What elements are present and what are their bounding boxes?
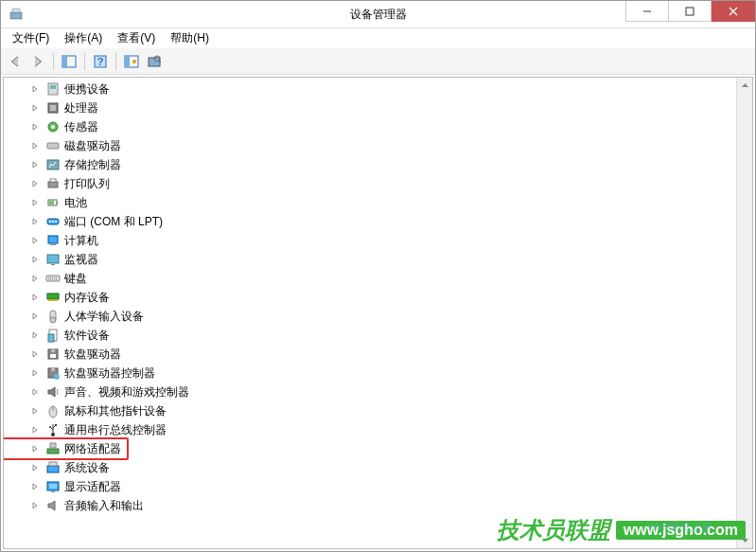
sound-icon [45, 384, 61, 400]
tree-node-port[interactable]: 端口 (COM 和 LPT) [4, 212, 736, 231]
svg-rect-36 [47, 255, 59, 263]
svg-point-33 [55, 221, 57, 223]
app-icon [9, 7, 24, 22]
toolbar-sep [84, 53, 85, 70]
tree-node-mouse[interactable]: 鼠标和其他指针设备 [4, 401, 736, 420]
tree-node-label: 传感器 [64, 119, 98, 135]
expander-icon[interactable] [30, 293, 45, 302]
system-icon [45, 460, 61, 475]
expander-icon[interactable] [30, 463, 45, 472]
tree-node-floppy-ctrl[interactable]: 软盘驱动器控制器 [4, 364, 736, 383]
scan-button[interactable] [121, 51, 142, 72]
tree-node-sound[interactable]: 声音、视频和游戏控制器 [4, 383, 736, 401]
tree-node-audio[interactable]: 音频输入和输出 [4, 496, 736, 515]
tree-node-computer[interactable]: 计算机 [4, 231, 736, 250]
expander-icon[interactable] [30, 255, 45, 264]
tree-node-cpu[interactable]: 处理器 [4, 98, 736, 117]
tree-node-portable[interactable]: 便携设备 [4, 80, 736, 98]
tree-node-keyboard[interactable]: 键盘 [4, 269, 736, 288]
tree-node-network[interactable]: 网络适配器 [4, 439, 736, 458]
svg-point-12 [132, 60, 136, 63]
tree-node-label: 系统设备 [64, 460, 110, 476]
tree-node-label: 音频输入和输出 [64, 498, 144, 514]
expander-icon[interactable] [30, 122, 45, 132]
svg-rect-62 [47, 466, 59, 472]
cpu-icon [45, 100, 61, 116]
tree-node-label: 鼠标和其他指针设备 [64, 403, 167, 419]
expander-icon[interactable] [30, 349, 45, 359]
tree-node-memory[interactable]: 内存设备 [4, 288, 736, 307]
tree-node-label: 通用串行总线控制器 [64, 422, 167, 438]
expander-icon[interactable] [30, 425, 45, 435]
tree-node-label: 监视器 [64, 252, 98, 268]
usb-icon [45, 422, 61, 437]
svg-rect-19 [50, 105, 56, 111]
tree-node-display[interactable]: 显示适配器 [4, 477, 736, 496]
tree-node-disk[interactable]: 磁盘驱动器 [4, 136, 736, 155]
expander-icon[interactable] [30, 217, 45, 226]
svg-rect-0 [10, 12, 22, 19]
svg-rect-25 [48, 182, 58, 187]
maximize-button[interactable] [668, 1, 712, 22]
svg-rect-66 [51, 491, 55, 492]
svg-rect-42 [48, 299, 58, 301]
help-button[interactable]: ? [90, 51, 111, 72]
close-button[interactable] [712, 1, 755, 22]
svg-point-44 [50, 317, 56, 323]
svg-point-57 [49, 426, 51, 428]
forward-button[interactable] [27, 51, 48, 72]
menu-view[interactable]: 查看(V) [110, 28, 163, 48]
expander-icon[interactable] [30, 236, 45, 245]
expander-icon[interactable] [30, 198, 45, 207]
expander-icon[interactable] [30, 406, 45, 416]
properties-button[interactable] [144, 51, 165, 72]
expander-icon[interactable] [30, 179, 45, 188]
tree-node-monitor[interactable]: 监视器 [4, 250, 736, 269]
toolbar-sep [115, 53, 116, 70]
tree-node-label: 计算机 [64, 233, 98, 249]
minimize-button[interactable] [625, 1, 669, 22]
tree-node-label: 打印队列 [64, 176, 110, 192]
tree-node-floppy[interactable]: 软盘驱动器 [4, 345, 736, 364]
expander-icon[interactable] [30, 141, 45, 151]
show-hide-tree-button[interactable] [59, 51, 79, 72]
tree-node-sensor[interactable]: 传感器 [4, 117, 736, 136]
expander-icon[interactable] [30, 444, 45, 454]
battery-icon [45, 195, 61, 210]
expander-icon[interactable] [30, 103, 45, 113]
menu-help[interactable]: 帮助(H) [163, 28, 217, 48]
svg-rect-17 [50, 85, 56, 89]
tree-node-software[interactable]: 软件设备 [4, 326, 736, 345]
menu-file[interactable]: 文件(F) [5, 28, 57, 48]
expander-icon[interactable] [30, 84, 45, 94]
svg-rect-26 [50, 179, 56, 182]
floppy-icon [45, 347, 61, 362]
expander-icon[interactable] [30, 330, 45, 340]
tree-node-hid[interactable]: 人体学输入设备 [4, 307, 736, 326]
tree-node-label: 内存设备 [64, 290, 110, 306]
vertical-scrollbar[interactable] [736, 78, 752, 548]
tree-view[interactable]: 便携设备处理器传感器磁盘驱动器存储控制器打印队列电池端口 (COM 和 LPT)… [4, 78, 736, 548]
scroll-up-button[interactable] [737, 78, 753, 94]
display-icon [45, 479, 61, 494]
back-button[interactable] [5, 51, 26, 72]
expander-icon[interactable] [30, 501, 45, 510]
expander-icon[interactable] [30, 160, 45, 169]
tree-node-usb[interactable]: 通用串行总线控制器 [4, 420, 736, 439]
software-icon [45, 328, 61, 343]
tree-node-battery[interactable]: 电池 [4, 193, 736, 212]
tree-node-printer[interactable]: 打印队列 [4, 174, 736, 193]
expander-icon[interactable] [30, 312, 45, 321]
tree-node-storage[interactable]: 存储控制器 [4, 155, 736, 174]
printer-icon [45, 176, 61, 191]
expander-icon[interactable] [30, 387, 45, 397]
tree-node-system[interactable]: 系统设备 [4, 458, 736, 477]
menubar: 文件(F) 操作(A) 查看(V) 帮助(H) [1, 28, 755, 48]
expander-icon[interactable] [30, 368, 45, 378]
expander-icon[interactable] [30, 482, 45, 491]
svg-point-32 [52, 221, 54, 223]
menu-action[interactable]: 操作(A) [57, 28, 110, 48]
expander-icon[interactable] [30, 274, 45, 283]
tree-node-label: 软盘驱动器 [64, 347, 121, 363]
svg-rect-46 [48, 334, 54, 342]
